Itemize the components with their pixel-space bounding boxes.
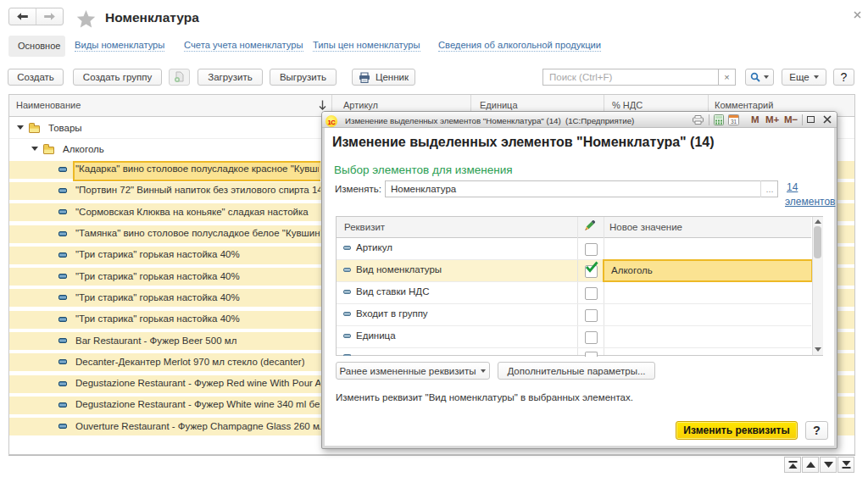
svg-text:31: 31 (731, 119, 737, 125)
